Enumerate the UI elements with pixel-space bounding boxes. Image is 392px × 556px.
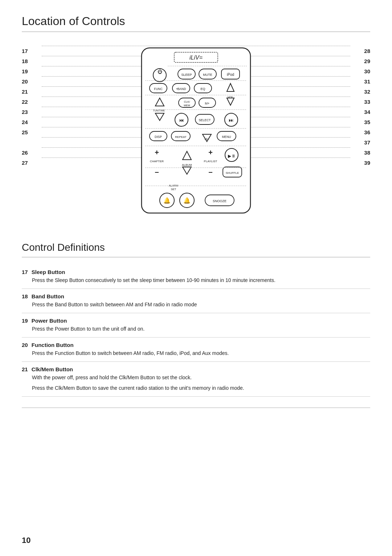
control-defs-title: Control Definitions (22, 242, 370, 257)
label-34: 34 (364, 109, 370, 115)
svg-text:⏭: ⏭ (229, 117, 234, 123)
svg-text:FUNC: FUNC (154, 87, 163, 91)
svg-text:SET: SET (171, 188, 176, 191)
label-28: 28 (364, 48, 370, 54)
svg-text:🔔: 🔔 (183, 197, 191, 204)
label-20: 20 (22, 78, 30, 85)
svg-text:REPEAT: REPEAT (175, 135, 187, 139)
label-24: 24 (22, 119, 30, 125)
svg-text:–: – (155, 168, 159, 176)
svg-text:MENU: MENU (222, 135, 231, 139)
label-39: 39 (364, 160, 370, 166)
svg-text:+: + (155, 148, 159, 156)
svg-text:CHAPTER: CHAPTER (150, 160, 164, 163)
svg-text:M+: M+ (205, 102, 210, 105)
definitions-list: 17 Sleep Button Press the Sleep Button c… (22, 265, 370, 397)
definition-18: 18 Band Button Press the Band Button to … (22, 289, 370, 313)
label-17: 17 (22, 48, 30, 54)
svg-text:iLiV=: iLiV= (189, 54, 203, 61)
label-26b: 26 (22, 150, 30, 156)
label-22: 22 (22, 99, 30, 105)
svg-text:SHUFFLE: SHUFFLE (226, 171, 239, 175)
label-30: 30 (364, 68, 370, 74)
svg-text:M–: M– (205, 137, 209, 141)
right-labels: 28 29 30 31 32 33 34 (350, 43, 370, 168)
label-23: 23 (22, 109, 30, 115)
label-19: 19 (22, 68, 30, 74)
label-38: 38 (364, 150, 370, 156)
label-25: 25 (22, 129, 30, 135)
svg-text:⏻: ⏻ (158, 69, 162, 74)
label-36: 36 (364, 129, 370, 135)
definition-20: 20 Function Button Press the Function Bu… (22, 338, 370, 362)
left-labels: 17 18 19 20 21 22 23 (22, 43, 42, 168)
svg-text:CLK/: CLK/ (184, 100, 191, 103)
label-29: 29 (364, 58, 370, 64)
section-title: Location of Controls (22, 15, 370, 32)
remote-control-diagram: iLiV= ⏻ SLEEP MUTE iPod (134, 44, 258, 218)
svg-text:🔔: 🔔 (163, 197, 171, 204)
svg-text:MUTE: MUTE (203, 73, 212, 77)
svg-text:▶⏸: ▶⏸ (228, 154, 236, 159)
svg-text:SLEEP: SLEEP (181, 73, 192, 77)
label-35: 35 (364, 119, 370, 125)
label-27: 27 (22, 160, 30, 166)
svg-text:EQ: EQ (200, 87, 205, 91)
svg-text:–: – (208, 168, 212, 176)
svg-text:SNOOZE: SNOOZE (213, 199, 226, 203)
label-18: 18 (22, 58, 30, 64)
svg-text:DISP: DISP (155, 135, 162, 139)
label-21: 21 (22, 89, 30, 95)
label-32: 32 (364, 89, 370, 95)
svg-text:PLAYLIST: PLAYLIST (204, 160, 217, 163)
svg-text:+: + (208, 148, 213, 156)
definition-21: 21 Clk/Mem Button With the power off, pr… (22, 362, 370, 397)
label-31: 31 (364, 78, 370, 85)
definition-19: 19 Power Button Press the Power Button t… (22, 313, 370, 338)
page-number: 10 (22, 536, 30, 545)
svg-text:SELECT: SELECT (199, 118, 211, 122)
svg-text:iPod: iPod (227, 73, 234, 77)
svg-text:⏮: ⏮ (179, 117, 184, 123)
svg-text:•BAND: •BAND (176, 87, 186, 91)
definition-17: 17 Sleep Button Press the Sleep Button c… (22, 265, 370, 289)
svg-text:MEM: MEM (184, 104, 190, 107)
label-37: 37 (364, 139, 370, 146)
svg-text:ALBUM: ALBUM (182, 163, 192, 167)
label-33: 33 (364, 99, 370, 105)
